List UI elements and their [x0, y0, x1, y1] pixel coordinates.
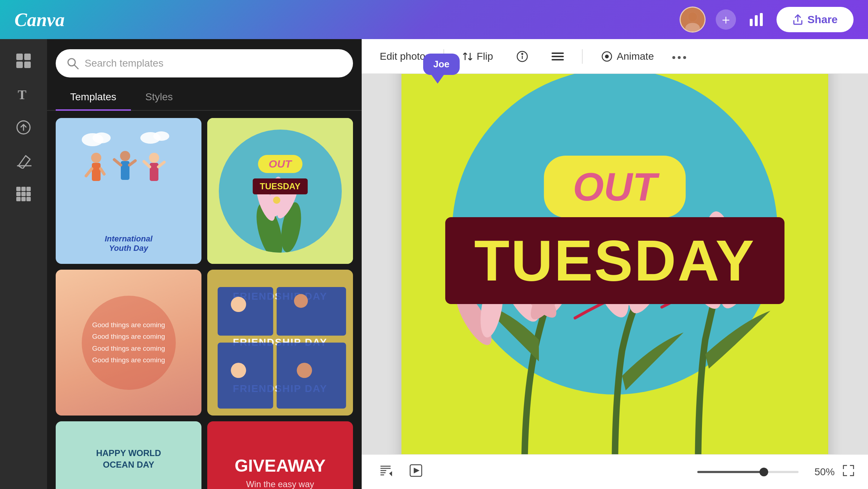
svg-point-67 [683, 56, 686, 59]
play-icon [409, 463, 423, 478]
svg-point-28 [153, 131, 169, 141]
svg-rect-47 [218, 287, 273, 336]
collaborator-name: Joe [423, 54, 460, 75]
animate-icon [601, 50, 613, 63]
svg-line-32 [101, 169, 104, 174]
expand-button[interactable] [842, 464, 855, 480]
sidebar-item-apps[interactable] [10, 181, 37, 207]
svg-rect-14 [16, 187, 21, 191]
bottom-left-icons [375, 460, 427, 484]
svg-line-31 [86, 169, 92, 176]
flip-button[interactable]: Flip [457, 47, 498, 66]
header-actions: ＋ Share [680, 7, 854, 33]
animate-button[interactable]: Animate [596, 47, 659, 66]
template-card-tuesday[interactable]: OUT TUESDAY [207, 118, 353, 264]
svg-point-37 [149, 153, 159, 163]
svg-rect-9 [16, 62, 23, 68]
search-placeholder: Search templates [85, 58, 163, 69]
svg-rect-50 [277, 343, 346, 409]
tab-styles[interactable]: Styles [131, 85, 187, 111]
left-sidebar: T [0, 39, 47, 489]
svg-rect-6 [760, 13, 763, 26]
ocean-title: HAPPY WORLDOCEAN DAY [96, 447, 161, 470]
svg-rect-20 [16, 197, 21, 201]
add-button[interactable]: ＋ [716, 9, 736, 30]
info-icon [516, 50, 528, 63]
template-card-goodthings[interactable]: Good things are coming Good things are c… [56, 270, 201, 416]
play-button[interactable] [405, 460, 427, 484]
svg-rect-49 [218, 343, 273, 409]
info-button[interactable] [511, 47, 533, 66]
templates-grid: InternationalYouth Day [47, 118, 362, 489]
template-card-giveaway[interactable]: GIVEAWAY Win the easy way [207, 421, 353, 489]
sidebar-item-text[interactable]: T [10, 81, 37, 107]
svg-rect-18 [21, 192, 26, 196]
zoom-knob[interactable] [760, 468, 768, 476]
text-icon: T [16, 86, 31, 102]
tuesday-card-content: OUT TUESDAY [207, 118, 353, 264]
svg-rect-48 [277, 287, 346, 336]
svg-line-36 [129, 161, 135, 165]
share-button[interactable]: Share [776, 7, 854, 32]
animate-label: Animate [617, 51, 654, 62]
ocean-card-content: HAPPY WORLDOCEAN DAY [56, 421, 201, 489]
svg-marker-87 [389, 471, 392, 476]
sidebar-item-upload[interactable] [10, 114, 37, 140]
template-card-youth[interactable]: InternationalYouth Day [56, 118, 201, 264]
svg-point-3 [688, 12, 697, 22]
svg-point-26 [93, 132, 111, 143]
svg-rect-4 [750, 19, 753, 26]
notes-button[interactable] [375, 460, 396, 484]
svg-point-59 [522, 53, 523, 54]
goodthings-card-content: Good things are coming Good things are c… [56, 270, 201, 416]
canvas-out-label: OUT [544, 156, 686, 218]
friendship-card-content: FRIENDSHIP DAY FRIENDSHIP DAY FRIENDSHIP… [207, 270, 353, 416]
tabs-row: Templates Styles [47, 85, 362, 111]
upload-icon [16, 119, 31, 135]
svg-point-64 [605, 55, 608, 58]
search-bar[interactable]: Search templates [56, 49, 353, 77]
zoom-slider-track[interactable] [697, 471, 799, 473]
svg-rect-19 [26, 192, 31, 196]
canvas-tuesday-label: TUESDAY [445, 217, 784, 304]
svg-rect-61 [552, 56, 564, 57]
tuesday-tuesday-text: TUESDAY [252, 178, 307, 194]
orange-blob: Good things are coming Good things are c… [82, 296, 176, 390]
sidebar-item-grid[interactable] [10, 48, 37, 74]
more-options-button[interactable] [672, 50, 686, 63]
design-canvas[interactable]: OUT TUESDAY [401, 74, 828, 454]
svg-rect-30 [92, 163, 101, 181]
search-container: Search templates [47, 39, 362, 85]
svg-rect-34 [121, 161, 129, 180]
stats-button[interactable] [746, 9, 766, 30]
svg-point-66 [678, 56, 681, 59]
share-label: Share [808, 13, 838, 26]
youth-people-row [78, 129, 179, 201]
template-card-ocean[interactable]: HAPPY WORLDOCEAN DAY [56, 421, 201, 489]
svg-line-39 [144, 161, 150, 167]
stats-icon [748, 12, 764, 28]
more-icon [672, 55, 686, 60]
svg-line-35 [114, 160, 121, 165]
svg-point-53 [231, 363, 246, 378]
search-icon [67, 57, 79, 69]
header: Canva ＋ Share [0, 0, 868, 39]
svg-text:T: T [18, 88, 26, 102]
menu-button[interactable] [546, 47, 569, 66]
youth-figures [78, 129, 179, 201]
bottom-bar: 50% [362, 454, 868, 489]
collaborator-tooltip: Joe [423, 54, 460, 84]
svg-rect-17 [16, 192, 21, 196]
edit-photo-button[interactable]: Edit photo [375, 47, 430, 66]
svg-point-46 [273, 197, 280, 204]
sidebar-item-eraser[interactable] [10, 148, 37, 174]
zoom-label: 50% [806, 466, 835, 478]
share-icon [792, 14, 803, 25]
zoom-container: 50% [697, 464, 855, 480]
giveaway-card-content: GIVEAWAY Win the easy way [207, 421, 353, 489]
collaborator-cursor [430, 73, 445, 84]
tab-templates[interactable]: Templates [56, 85, 131, 111]
tuesday-out-text: OUT [258, 155, 302, 173]
svg-rect-7 [16, 54, 23, 60]
template-card-friendship[interactable]: FRIENDSHIP DAY FRIENDSHIP DAY FRIENDSHIP… [207, 270, 353, 416]
